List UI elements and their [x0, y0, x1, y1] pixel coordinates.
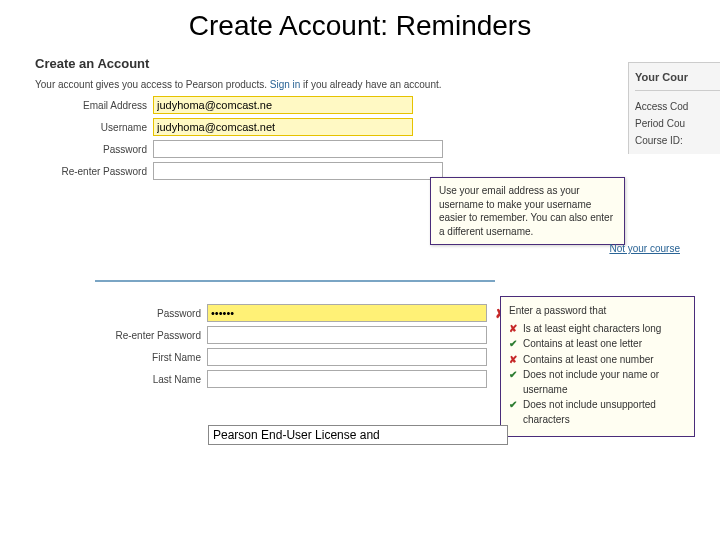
req-text: Is at least eight characters long	[523, 322, 661, 337]
reenter2-input[interactable]	[207, 326, 487, 344]
create-account-desc: Your account gives you access to Pearson…	[35, 79, 720, 90]
sidebar-item: Access Cod	[635, 99, 720, 114]
x-icon: ✘	[509, 322, 523, 337]
password1-label: Password	[35, 144, 153, 155]
req-text: Does not include your name or username	[523, 368, 686, 397]
req-list: ✘Is at least eight characters long✔Conta…	[509, 322, 686, 428]
reenter1-label: Re-enter Password	[35, 166, 153, 177]
row-password1: Password	[35, 140, 720, 158]
req-text: Does not include unsupported characters	[523, 398, 686, 427]
check-icon: ✔	[509, 337, 523, 352]
create-account-heading: Create an Account	[35, 56, 720, 71]
password2-label: Password	[35, 308, 207, 319]
email-input[interactable]	[153, 96, 413, 114]
row-username: Username	[35, 118, 720, 136]
req-item: ✔Does not include your name or username	[509, 368, 686, 397]
password2-input[interactable]	[207, 304, 487, 322]
username-tooltip: Use your email address as your username …	[430, 177, 625, 245]
desc-post: if you already have an account.	[300, 79, 441, 90]
not-your-course-link[interactable]: Not your course	[609, 243, 680, 254]
username-label: Username	[35, 122, 153, 133]
course-sidebar: Your Cour Access Cod Period Cou Course I…	[628, 62, 720, 154]
signin-link[interactable]: Sign in	[270, 79, 301, 90]
sidebar-title: Your Cour	[635, 69, 720, 91]
x-icon: ✘	[509, 353, 523, 368]
username-input[interactable]	[153, 118, 413, 136]
req-item: ✔Does not include unsupported characters	[509, 398, 686, 427]
sidebar-item: Period Cou	[635, 116, 720, 131]
req-item: ✔Contains at least one letter	[509, 337, 686, 352]
first-label: First Name	[35, 352, 207, 363]
section-create-account: Create an Account Your account gives you…	[0, 56, 720, 180]
last-label: Last Name	[35, 374, 207, 385]
check-icon: ✔	[509, 368, 523, 383]
last-input[interactable]	[207, 370, 487, 388]
req-text: Contains at least one letter	[523, 337, 642, 352]
req-lead: Enter a password that	[509, 304, 686, 319]
tooltip-text: Use your email address as your username …	[439, 185, 613, 237]
row-email: Email Address	[35, 96, 720, 114]
first-input[interactable]	[207, 348, 487, 366]
sidebar-item: Course ID:	[635, 133, 720, 148]
req-text: Contains at least one number	[523, 353, 654, 368]
reenter1-input[interactable]	[153, 162, 443, 180]
req-item: ✘Contains at least one number	[509, 353, 686, 368]
email-label: Email Address	[35, 100, 153, 111]
license-input[interactable]	[208, 425, 508, 445]
reenter2-label: Re-enter Password	[35, 330, 207, 341]
slide-title: Create Account: Reminders	[0, 0, 720, 56]
check-icon: ✔	[509, 398, 523, 413]
desc-pre: Your account gives you access to Pearson…	[35, 79, 270, 90]
section-divider	[95, 280, 495, 282]
req-item: ✘Is at least eight characters long	[509, 322, 686, 337]
password-requirements: Enter a password that ✘Is at least eight…	[500, 296, 695, 437]
password1-input[interactable]	[153, 140, 443, 158]
